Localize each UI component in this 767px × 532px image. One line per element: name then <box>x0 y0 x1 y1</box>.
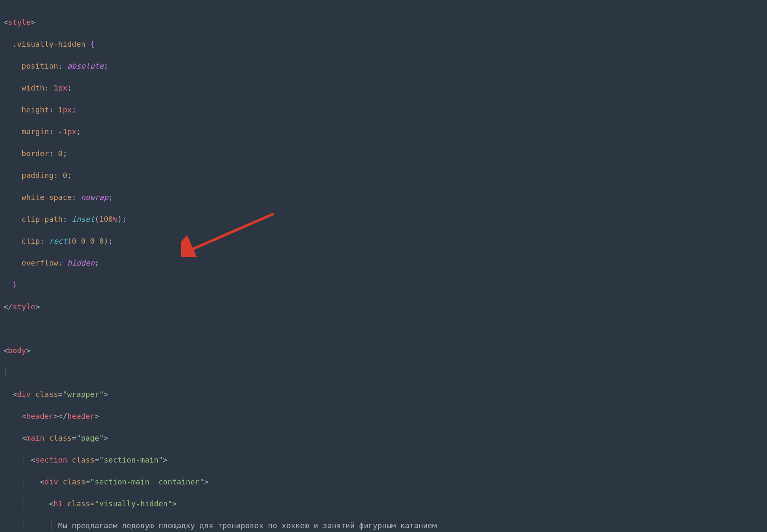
code-line: padding: 0; <box>3 170 437 181</box>
code-line: .visually-hidden { <box>3 39 437 50</box>
code-line: clip-path: inset(100%); <box>3 214 437 225</box>
code-line: <div class="wrapper"> <box>3 389 437 400</box>
code-line: │ <h1 class="visually-hidden"> <box>3 498 437 509</box>
code-line: overflow: hidden; <box>3 258 437 269</box>
code-editor-content[interactable]: <style> .visually-hidden { position: abs… <box>3 6 437 532</box>
code-line: </style> <box>3 301 437 312</box>
code-line: white-space: nowrap; <box>3 192 437 203</box>
code-line: width: 1px; <box>3 82 437 93</box>
code-line: │ <box>3 367 437 378</box>
code-line: position: absolute; <box>3 61 437 72</box>
code-line <box>3 323 437 334</box>
code-line: │ <section class="section-main"> <box>3 455 437 466</box>
code-line: border: 0; <box>3 148 437 159</box>
code-line: │ │ Мы предлагаем ледовую площадку для т… <box>3 520 437 531</box>
code-line: margin: -1px; <box>3 126 437 137</box>
code-line: clip: rect(0 0 0 0); <box>3 236 437 247</box>
code-line: <main class="page"> <box>3 433 437 444</box>
code-line: height: 1px; <box>3 104 437 115</box>
code-line: } <box>3 279 437 290</box>
code-line: │ <div class="section-main__container"> <box>3 476 437 487</box>
code-line: <body> <box>3 345 437 356</box>
code-line: <style> <box>3 17 437 28</box>
code-line: <header></header> <box>3 411 437 422</box>
